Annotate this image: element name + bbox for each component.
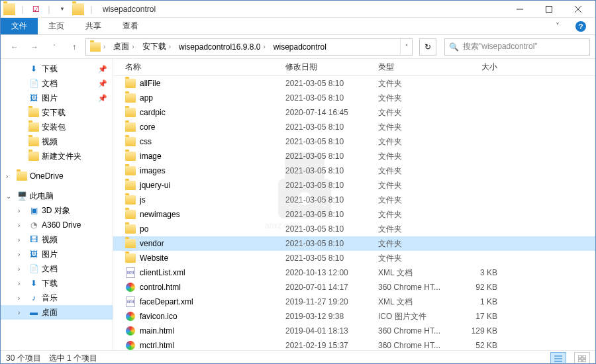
status-bar: 30 个项目 选中 1 个项目 — [1, 350, 595, 364]
breadcrumb[interactable]: › 桌面› 安下载› wisepadcontrol16.9.8.0› wisep… — [85, 38, 413, 56]
nav-thispc-item[interactable]: ›📄文档 — [1, 261, 113, 276]
breadcrumb-seg[interactable]: wisepadcontrol — [270, 39, 330, 55]
breadcrumb-root[interactable]: › — [86, 39, 109, 55]
titlebar: | ☑ | ▼ | wisepadcontrol — [1, 1, 595, 18]
tab-view[interactable]: 查看 — [112, 18, 149, 34]
nav-thispc-item[interactable]: ›🎞视频 — [1, 232, 113, 247]
nav-quickaccess-item[interactable]: ⬇下载📌 — [1, 62, 113, 76]
back-button[interactable]: ← — [6, 38, 23, 56]
nav-item-label: 安装包 — [42, 122, 66, 133]
file-name: core — [140, 122, 155, 132]
maximize-button[interactable] — [534, 1, 564, 17]
nav-quickaccess-item[interactable]: 📄文档📌 — [1, 76, 113, 91]
nav-quickaccess-item[interactable]: 🖼图片📌 — [1, 91, 113, 105]
table-row[interactable]: mctrl.html2021-02-19 15:37360 Chrome HT.… — [113, 338, 595, 350]
nav-thispc-item[interactable]: ›♪音乐 — [1, 291, 113, 305]
folder-icon — [28, 107, 39, 118]
file-date: 2019-04-01 18:13 — [285, 326, 378, 336]
desktop-icon: ▬ — [28, 307, 39, 318]
breadcrumb-seg[interactable]: wisepadcontrol16.9.8.0› — [175, 39, 270, 55]
nav-thispc-item[interactable]: ›▣3D 对象 — [1, 203, 113, 218]
file-type: 文件夹 — [378, 209, 458, 220]
refresh-button[interactable]: ↻ — [419, 38, 436, 56]
col-type[interactable]: 类型 — [378, 62, 458, 73]
tab-share[interactable]: 共享 — [75, 18, 112, 34]
tab-home[interactable]: 主页 — [38, 18, 75, 34]
nav-thispc-item[interactable]: ›◔A360 Drive — [1, 218, 113, 232]
file-date: 2021-03-05 8:10 — [285, 195, 378, 205]
table-row[interactable]: images2021-03-05 8:10文件夹 — [113, 163, 595, 178]
file-date: 2020-07-14 16:45 — [285, 108, 378, 117]
table-row[interactable]: favicon.ico2019-03-12 9:38ICO 图片文件17 KB — [113, 309, 595, 324]
file-date: 2021-03-05 8:10 — [285, 152, 378, 161]
table-row[interactable]: xmlfaceDepart.xml2019-11-27 19:20XML 文档1… — [113, 295, 595, 309]
expand-ribbon-button[interactable]: ˅ — [549, 18, 566, 35]
table-row[interactable]: control.html2020-07-01 14:17360 Chrome H… — [113, 280, 595, 295]
column-headers[interactable]: 名称 修改日期 类型 大小 — [113, 59, 595, 76]
col-size[interactable]: 大小 — [458, 62, 511, 73]
nav-quickaccess-item[interactable]: 新建文件夹 — [1, 149, 113, 163]
table-row[interactable]: css2021-03-05 8:10文件夹 — [113, 134, 595, 149]
recent-button[interactable]: ˅ — [46, 38, 63, 56]
nav-item-label: 文档 — [42, 78, 58, 89]
nav-quickaccess-item[interactable]: 安下载 — [1, 105, 113, 120]
quick-access-toolbar: | ☑ | ▼ | — [3, 3, 97, 15]
dropdown-icon[interactable]: ▼ — [56, 3, 68, 15]
file-size: 52 KB — [458, 341, 511, 350]
file-type: ICO 图片文件 — [378, 311, 458, 322]
help-button[interactable]: ? — [566, 18, 595, 34]
details-view-button[interactable] — [550, 352, 566, 365]
nav-item-label: 3D 对象 — [42, 205, 70, 216]
nav-quickaccess-item[interactable]: 安装包 — [1, 120, 113, 134]
nav-thispc-item[interactable]: ›🖼图片 — [1, 247, 113, 261]
nav-thispc-item[interactable]: ›▬桌面 — [1, 305, 113, 320]
breadcrumb-seg[interactable]: 桌面› — [109, 39, 138, 55]
tab-file[interactable]: 文件 — [1, 18, 38, 34]
table-row[interactable]: core2021-03-05 8:10文件夹 — [113, 120, 595, 134]
table-row[interactable]: js2021-03-05 8:10文件夹 — [113, 193, 595, 207]
search-input[interactable]: 🔍 搜索"wisepadcontrol" — [444, 38, 590, 56]
nav-thispc[interactable]: ⌄🖥️此电脑 — [1, 189, 113, 203]
col-date[interactable]: 修改日期 — [285, 62, 378, 73]
ico-icon — [125, 311, 136, 322]
folder-icon — [125, 238, 136, 249]
file-type: 文件夹 — [378, 136, 458, 148]
table-row[interactable]: xmlclientList.xml2020-10-13 12:00XML 文档3… — [113, 265, 595, 280]
up-button[interactable]: ↑ — [66, 38, 83, 56]
breadcrumb-dropdown[interactable]: ˅ — [400, 39, 412, 55]
nav-onedrive[interactable]: ›OneDrive — [1, 169, 113, 183]
file-name: faceDepart.xml — [140, 297, 193, 306]
file-date: 2021-03-05 8:10 — [285, 137, 378, 146]
close-button[interactable] — [564, 1, 593, 17]
nav-thispc-item[interactable]: ›⬇下载 — [1, 276, 113, 291]
nav-item-label: 图片 — [42, 249, 58, 260]
svg-rect-7 — [578, 355, 581, 358]
nav-item-label: 安下载 — [42, 107, 66, 118]
table-row[interactable]: image2021-03-05 8:10文件夹 — [113, 149, 595, 163]
col-name[interactable]: 名称 — [113, 62, 285, 73]
table-row[interactable]: jquery-ui2021-03-05 8:10文件夹 — [113, 178, 595, 193]
table-row[interactable]: cardpic2020-07-14 16:45文件夹 — [113, 105, 595, 120]
table-row[interactable]: allFile2021-03-05 8:10文件夹 — [113, 76, 595, 91]
svg-rect-1 — [546, 6, 552, 12]
file-type: 文件夹 — [378, 165, 458, 177]
pin-icon: 📌 — [98, 65, 107, 73]
file-name: app — [140, 93, 153, 103]
table-row[interactable]: po2021-03-05 8:10文件夹 — [113, 222, 595, 236]
navigation-pane[interactable]: ⬇下载📌📄文档📌🖼图片📌安下载安装包视频新建文件夹 ›OneDrive ⌄🖥️此… — [1, 59, 113, 350]
table-row[interactable]: Website2021-03-05 8:10文件夹 — [113, 251, 595, 265]
file-type: 360 Chrome HT... — [378, 341, 458, 350]
file-type: XML 文档 — [378, 267, 458, 279]
nav-quickaccess-item[interactable]: 视频 — [1, 134, 113, 149]
svg-rect-9 — [578, 359, 581, 362]
table-row[interactable]: app2021-03-05 8:10文件夹 — [113, 91, 595, 105]
table-row[interactable]: vendor2021-03-05 8:10文件夹 — [113, 236, 595, 251]
minimize-button[interactable] — [505, 1, 534, 17]
breadcrumb-seg[interactable]: 安下载› — [138, 39, 175, 55]
checkmark-icon[interactable]: ☑ — [30, 3, 42, 15]
table-row[interactable]: main.html2019-04-01 18:13360 Chrome HT..… — [113, 324, 595, 338]
icons-view-button[interactable] — [574, 352, 590, 365]
file-rows[interactable]: allFile2021-03-05 8:10文件夹app2021-03-05 8… — [113, 76, 595, 350]
forward-button[interactable]: → — [26, 38, 43, 56]
table-row[interactable]: newimages2021-03-05 8:10文件夹 — [113, 207, 595, 222]
